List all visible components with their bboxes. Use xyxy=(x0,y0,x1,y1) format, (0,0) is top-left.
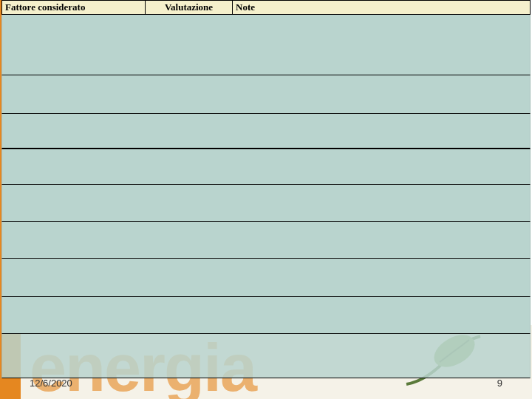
table-row xyxy=(1,334,531,378)
table-row xyxy=(1,259,531,297)
table-row xyxy=(1,15,531,75)
footer-date: 12/6/2020 xyxy=(30,378,72,389)
slide-content: Fattore considerato Valutazione Note xyxy=(0,0,532,378)
table-row xyxy=(1,75,531,114)
header-valutazione: Valutazione xyxy=(146,1,233,14)
header-note: Note xyxy=(233,1,531,14)
table-row xyxy=(1,222,531,259)
footer-page-number: 9 xyxy=(497,378,502,389)
table-row xyxy=(1,149,531,185)
evaluation-table: Fattore considerato Valutazione Note xyxy=(1,0,531,378)
table-row xyxy=(1,114,531,149)
table-row xyxy=(1,297,531,334)
slide-footer: 12/6/2020 9 xyxy=(0,378,532,389)
header-fattore: Fattore considerato xyxy=(1,1,146,14)
table-row xyxy=(1,185,531,222)
table-header-row: Fattore considerato Valutazione Note xyxy=(1,0,531,15)
